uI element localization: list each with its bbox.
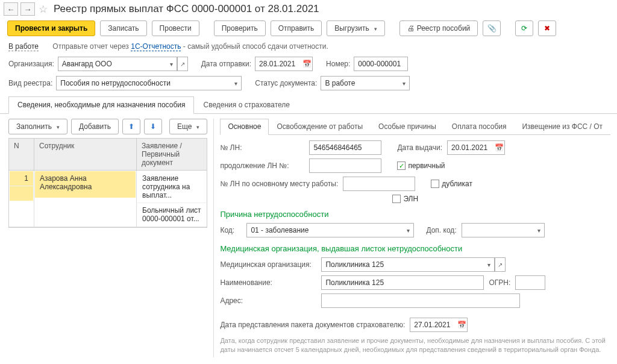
tab-insurer-info[interactable]: Сведения о страхователе: [194, 96, 299, 113]
arrow-down-icon: ⬇: [150, 122, 156, 131]
eln-checkbox[interactable]: [392, 195, 401, 203]
move-down-button[interactable]: ⬇: [144, 119, 162, 134]
chevron-down-icon: [54, 122, 60, 131]
calendar-icon: 📅: [302, 60, 312, 68]
address-label: Адрес:: [220, 297, 316, 305]
print-icon: 🖨: [407, 24, 415, 33]
employee-table: N Сотрудник Заявление / Первичный докуме…: [8, 138, 207, 228]
med-name-input[interactable]: [321, 275, 484, 290]
close-icon: ✖: [544, 24, 550, 33]
doc-status-input[interactable]: [321, 76, 399, 90]
send-button[interactable]: Отправить: [271, 20, 322, 36]
issue-date-label: Дата выдачи:: [397, 143, 442, 152]
ln-no-label: № ЛН:: [220, 143, 304, 152]
dropdown-button[interactable]: ▾: [403, 223, 414, 237]
extra-code-label: Доп. код:: [426, 226, 456, 234]
registry-type-input[interactable]: [56, 76, 231, 90]
title-bar: ← → ☆ Реестр прямых выплат ФСС 0000-0000…: [0, 0, 617, 18]
pkg-date-label: Дата представления пакета документов стр…: [220, 321, 405, 329]
calendar-button[interactable]: 📅: [302, 57, 313, 71]
dropdown-button[interactable]: ▾: [399, 76, 410, 90]
main-toolbar: Провести и закрыть Записать Провести Про…: [0, 18, 617, 39]
export-button[interactable]: Выгрузить: [327, 20, 385, 36]
med-org-input[interactable]: [321, 257, 484, 272]
extra-code-input[interactable]: [462, 223, 534, 237]
main-ln-input[interactable]: [343, 177, 415, 191]
issue-date-input[interactable]: [447, 140, 494, 155]
med-org-label: Медицинская организация:: [220, 260, 316, 269]
attach-button[interactable]: 📎: [483, 20, 501, 36]
fill-button[interactable]: Заполнить: [8, 119, 67, 134]
paperclip-icon: 📎: [487, 24, 496, 33]
reload-button[interactable]: ⟳: [515, 20, 533, 36]
subtab-release[interactable]: Освобождение от работы: [269, 119, 371, 134]
send-date-input[interactable]: [255, 57, 302, 71]
left-panel: Заполнить Добавить ⬆ ⬇ Еще N Сотрудник З…: [8, 119, 207, 357]
org-label: Организация:: [8, 60, 54, 68]
primary-label: первичный: [408, 162, 445, 170]
more-button[interactable]: Еще: [169, 119, 207, 134]
org-input[interactable]: [58, 57, 166, 71]
ogrn-label: ОГРН:: [489, 278, 510, 287]
status-label[interactable]: В работе: [8, 42, 39, 51]
chevron-down-icon: [372, 24, 377, 33]
open-button[interactable]: ↗: [495, 257, 506, 272]
duplicate-checkbox[interactable]: [431, 180, 439, 188]
subtab-special[interactable]: Особые причины: [371, 119, 444, 134]
dropdown-button[interactable]: ▾: [166, 57, 177, 71]
col-n: N: [9, 139, 34, 170]
doc-status-label: Статус документа:: [255, 79, 317, 87]
status-bar: В работе Отправьте отчет через 1С-Отчетн…: [0, 39, 617, 54]
subtab-notice[interactable]: Извещение из ФСС / От: [514, 119, 610, 134]
close-button[interactable]: ✖: [538, 20, 556, 36]
code-input[interactable]: [246, 223, 403, 237]
address-input[interactable]: [321, 293, 520, 308]
status-text: Отправьте отчет через: [52, 42, 131, 51]
arrow-up-icon: ⬆: [128, 122, 134, 131]
col-employee: Сотрудник: [34, 139, 137, 170]
back-button[interactable]: ←: [4, 2, 18, 16]
cont-ln-input[interactable]: [309, 158, 381, 173]
send-date-label: Дата отправки:: [201, 60, 251, 68]
check-button[interactable]: Проверить: [214, 20, 266, 36]
subtab-main[interactable]: Основное: [220, 119, 269, 135]
dropdown-button[interactable]: ▾: [484, 257, 495, 272]
post-close-button[interactable]: Провести и закрыть: [7, 20, 95, 36]
tab-benefit-info[interactable]: Сведения, необходимые для назначения пос…: [8, 96, 194, 114]
page-title: Реестр прямых выплат ФСС 0000-000001 от …: [54, 3, 319, 15]
save-button[interactable]: Записать: [100, 20, 146, 36]
calendar-button[interactable]: 📅: [457, 318, 468, 332]
move-up-button[interactable]: ⬆: [122, 119, 140, 134]
med-name-label: Наименование:: [220, 278, 316, 287]
number-input[interactable]: [354, 57, 408, 71]
primary-checkbox[interactable]: ✓: [397, 162, 406, 170]
chevron-down-icon: [194, 122, 199, 131]
table-row[interactable]: 1 Азарова Анна Александровна Заявление с…: [9, 171, 207, 227]
pkg-date-input[interactable]: [410, 318, 457, 332]
add-button[interactable]: Добавить: [71, 119, 119, 134]
status-link[interactable]: 1С-Отчетность: [131, 42, 181, 51]
post-button[interactable]: Провести: [152, 20, 199, 36]
eln-label: ЭЛН: [403, 195, 418, 203]
cont-ln-label: продолжение ЛН №:: [220, 162, 304, 170]
number-label: Номер:: [326, 60, 350, 68]
registry-type-label: Вид реестра:: [8, 79, 52, 87]
forward-button[interactable]: →: [20, 2, 35, 16]
calendar-button[interactable]: 📅: [494, 140, 505, 155]
registry-button[interactable]: 🖨 Реестр пособий: [399, 20, 478, 36]
dropdown-button[interactable]: ▾: [231, 76, 242, 90]
form-row-1: Организация: ▾ ↗ Дата отправки: 📅 Номер:: [0, 54, 617, 74]
dropdown-button[interactable]: ▾: [534, 223, 545, 237]
ogrn-input[interactable]: [515, 275, 545, 290]
form-row-2: Вид реестра: ▾ Статус документа: ▾: [0, 74, 617, 93]
hint-text: Дата, когда сотрудник представил заявлен…: [220, 334, 610, 357]
main-tabs: Сведения, необходимые для назначения пос…: [0, 93, 617, 114]
calendar-icon: 📅: [495, 143, 504, 152]
star-icon[interactable]: ☆: [39, 3, 48, 16]
open-button[interactable]: ↗: [177, 57, 188, 71]
status-text-after: - самый удобный способ сдачи отчетности.: [183, 42, 328, 51]
subtab-pay[interactable]: Оплата пособия: [444, 119, 515, 134]
med-header: Медицинская организация, выдавшая листок…: [220, 239, 610, 256]
ln-no-input[interactable]: [309, 140, 381, 155]
right-panel: Основное Освобождение от работы Особые п…: [213, 119, 610, 357]
